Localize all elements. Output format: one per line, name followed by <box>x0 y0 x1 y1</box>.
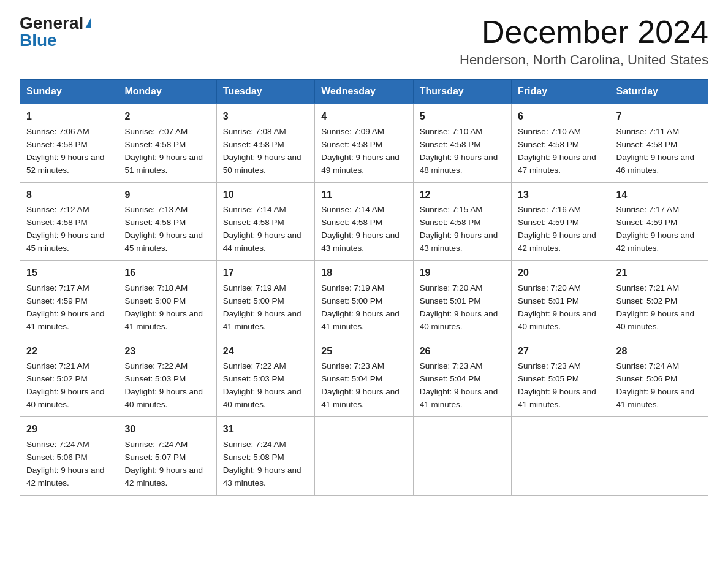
calendar-cell: 10Sunrise: 7:14 AMSunset: 4:58 PMDayligh… <box>216 182 314 260</box>
calendar-cell: 23Sunrise: 7:22 AMSunset: 5:03 PMDayligh… <box>118 339 216 416</box>
calendar-cell: 1Sunrise: 7:06 AMSunset: 4:58 PMDaylight… <box>20 104 118 182</box>
calendar-cell: 29Sunrise: 7:24 AMSunset: 5:06 PMDayligh… <box>20 417 118 495</box>
calendar-cell: 25Sunrise: 7:23 AMSunset: 5:04 PMDayligh… <box>315 339 413 416</box>
month-title: December 2024 <box>460 15 708 50</box>
calendar-cell <box>413 417 511 495</box>
logo-blue-text: Blue <box>20 32 57 49</box>
calendar-cell: 24Sunrise: 7:22 AMSunset: 5:03 PMDayligh… <box>216 339 314 416</box>
day-number: 24 <box>223 344 308 359</box>
location-title: Henderson, North Carolina, United States <box>460 52 708 68</box>
calendar-week-row-1: 1Sunrise: 7:06 AMSunset: 4:58 PMDaylight… <box>20 104 708 182</box>
calendar-table: SundayMondayTuesdayWednesdayThursdayFrid… <box>20 79 708 495</box>
calendar-cell: 2Sunrise: 7:07 AMSunset: 4:58 PMDaylight… <box>118 104 216 182</box>
calendar-cell: 16Sunrise: 7:18 AMSunset: 5:00 PMDayligh… <box>118 261 216 339</box>
calendar-cell <box>315 417 413 495</box>
calendar-cell: 11Sunrise: 7:14 AMSunset: 4:58 PMDayligh… <box>315 182 413 260</box>
weekday-header-wednesday: Wednesday <box>315 80 413 104</box>
calendar-cell: 13Sunrise: 7:16 AMSunset: 4:59 PMDayligh… <box>512 182 610 260</box>
day-number: 31 <box>223 422 308 437</box>
day-number: 26 <box>420 344 505 359</box>
day-number: 4 <box>321 109 406 124</box>
day-number: 23 <box>124 344 210 359</box>
calendar-cell: 22Sunrise: 7:21 AMSunset: 5:02 PMDayligh… <box>20 339 118 416</box>
day-number: 30 <box>124 422 210 437</box>
day-number: 5 <box>420 109 505 124</box>
calendar-cell: 30Sunrise: 7:24 AMSunset: 5:07 PMDayligh… <box>118 417 216 495</box>
calendar-week-row-5: 29Sunrise: 7:24 AMSunset: 5:06 PMDayligh… <box>20 417 708 495</box>
calendar-cell: 6Sunrise: 7:10 AMSunset: 4:58 PMDaylight… <box>512 104 610 182</box>
calendar-cell: 19Sunrise: 7:20 AMSunset: 5:01 PMDayligh… <box>413 261 511 339</box>
logo: General Blue <box>20 15 91 49</box>
calendar-week-row-3: 15Sunrise: 7:17 AMSunset: 4:59 PMDayligh… <box>20 261 708 339</box>
calendar-cell: 28Sunrise: 7:24 AMSunset: 5:06 PMDayligh… <box>610 339 708 416</box>
calendar-cell: 3Sunrise: 7:08 AMSunset: 4:58 PMDaylight… <box>216 104 314 182</box>
day-number: 2 <box>124 109 210 124</box>
calendar-cell <box>512 417 610 495</box>
weekday-header-sunday: Sunday <box>20 80 118 104</box>
calendar-cell: 14Sunrise: 7:17 AMSunset: 4:59 PMDayligh… <box>610 182 708 260</box>
day-number: 21 <box>616 266 702 281</box>
weekday-header-monday: Monday <box>118 80 216 104</box>
weekday-header-thursday: Thursday <box>413 80 511 104</box>
day-number: 1 <box>26 109 112 124</box>
day-number: 28 <box>616 344 702 359</box>
weekday-header-friday: Friday <box>512 80 610 104</box>
day-number: 17 <box>223 266 308 281</box>
calendar-cell: 9Sunrise: 7:13 AMSunset: 4:58 PMDaylight… <box>118 182 216 260</box>
calendar-cell: 31Sunrise: 7:24 AMSunset: 5:08 PMDayligh… <box>216 417 314 495</box>
day-number: 20 <box>518 266 603 281</box>
day-number: 11 <box>321 188 406 203</box>
calendar-week-row-2: 8Sunrise: 7:12 AMSunset: 4:58 PMDaylight… <box>20 182 708 260</box>
calendar-cell: 12Sunrise: 7:15 AMSunset: 4:58 PMDayligh… <box>413 182 511 260</box>
calendar-cell: 5Sunrise: 7:10 AMSunset: 4:58 PMDaylight… <box>413 104 511 182</box>
calendar-cell: 8Sunrise: 7:12 AMSunset: 4:58 PMDaylight… <box>20 182 118 260</box>
day-number: 25 <box>321 344 406 359</box>
logo-triangle-icon <box>85 18 91 28</box>
day-number: 18 <box>321 266 406 281</box>
calendar-cell: 26Sunrise: 7:23 AMSunset: 5:04 PMDayligh… <box>413 339 511 416</box>
day-number: 29 <box>26 422 112 437</box>
calendar-cell: 4Sunrise: 7:09 AMSunset: 4:58 PMDaylight… <box>315 104 413 182</box>
day-number: 9 <box>124 188 210 203</box>
day-number: 10 <box>223 188 308 203</box>
day-number: 3 <box>223 109 308 124</box>
day-number: 19 <box>420 266 505 281</box>
calendar-cell: 15Sunrise: 7:17 AMSunset: 4:59 PMDayligh… <box>20 261 118 339</box>
calendar-cell: 27Sunrise: 7:23 AMSunset: 5:05 PMDayligh… <box>512 339 610 416</box>
day-number: 22 <box>26 344 112 359</box>
day-number: 15 <box>26 266 112 281</box>
day-number: 7 <box>616 109 702 124</box>
logo-general-text: General <box>20 15 83 32</box>
weekday-header-saturday: Saturday <box>610 80 708 104</box>
day-number: 13 <box>518 188 603 203</box>
weekday-header-tuesday: Tuesday <box>216 80 314 104</box>
day-number: 8 <box>26 188 112 203</box>
calendar-week-row-4: 22Sunrise: 7:21 AMSunset: 5:02 PMDayligh… <box>20 339 708 416</box>
page-header: General Blue December 2024 Henderson, No… <box>20 15 708 68</box>
day-number: 14 <box>616 188 702 203</box>
weekday-header-row: SundayMondayTuesdayWednesdayThursdayFrid… <box>20 80 708 104</box>
title-block: December 2024 Henderson, North Carolina,… <box>460 15 708 68</box>
calendar-cell: 20Sunrise: 7:20 AMSunset: 5:01 PMDayligh… <box>512 261 610 339</box>
calendar-cell: 21Sunrise: 7:21 AMSunset: 5:02 PMDayligh… <box>610 261 708 339</box>
calendar-cell <box>610 417 708 495</box>
day-number: 27 <box>518 344 603 359</box>
calendar-cell: 17Sunrise: 7:19 AMSunset: 5:00 PMDayligh… <box>216 261 314 339</box>
calendar-cell: 18Sunrise: 7:19 AMSunset: 5:00 PMDayligh… <box>315 261 413 339</box>
day-number: 12 <box>420 188 505 203</box>
day-number: 16 <box>124 266 210 281</box>
calendar-cell: 7Sunrise: 7:11 AMSunset: 4:58 PMDaylight… <box>610 104 708 182</box>
day-number: 6 <box>518 109 603 124</box>
